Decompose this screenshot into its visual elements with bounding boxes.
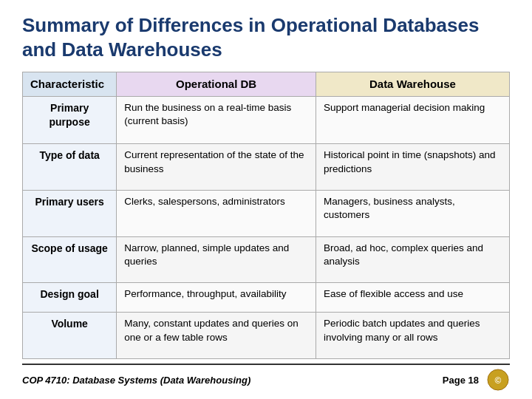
footer-left-area: COP 4710: Database Systems (Data Warehou… <box>22 375 250 386</box>
footer-logo-icon: © <box>486 368 510 392</box>
footer-right-area: Page 18 © <box>443 368 510 392</box>
row-warehouse: Managers, business analysts, customers <box>316 191 509 237</box>
row-operational: Many, constant updates and queries on on… <box>117 313 316 359</box>
row-warehouse: Historical point in time (snapshots) and… <box>316 144 509 191</box>
row-warehouse: Ease of flexible access and use <box>316 283 509 313</box>
table-row: Type of dataCurrent representation of th… <box>23 144 510 191</box>
row-label: Volume <box>23 313 117 359</box>
row-label: Scope of usage <box>23 236 117 283</box>
table-row: Design goalPerformance, throughput, avai… <box>23 283 510 313</box>
row-operational: Narrow, planned, simple updates and quer… <box>117 236 316 283</box>
table-row: Primary purposeRun the business on a rea… <box>23 97 510 144</box>
row-operational: Run the business on a real-time basis (c… <box>117 97 316 144</box>
svg-text:©: © <box>495 375 502 386</box>
footer-page: Page 18 <box>443 375 479 386</box>
row-label: Primary purpose <box>23 97 117 144</box>
table-row: Primary usersClerks, salespersons, admin… <box>23 191 510 237</box>
header-warehouse: Data Warehouse <box>316 72 509 97</box>
table-header: Characteristic Operational DB Data Wareh… <box>23 72 510 97</box>
row-operational: Performance, throughput, availability <box>117 283 316 313</box>
row-operational: Clerks, salespersons, administrators <box>117 191 316 237</box>
header-operational: Operational DB <box>117 72 316 97</box>
row-warehouse: Support managerial decision making <box>316 97 509 144</box>
row-label: Design goal <box>23 283 117 313</box>
comparison-table: Characteristic Operational DB Data Wareh… <box>22 72 510 359</box>
row-label: Primary users <box>23 191 117 237</box>
row-warehouse: Broad, ad hoc, complex queries and analy… <box>316 236 509 283</box>
table-row: VolumeMany, constant updates and queries… <box>23 313 510 359</box>
row-warehouse: Periodic batch updates and queries invol… <box>316 313 509 359</box>
table-row: Scope of usageNarrow, planned, simple up… <box>23 236 510 283</box>
footer-course: COP 4710: Database Systems (Data Warehou… <box>22 375 250 386</box>
slide-title: Summary of Differences in Operational Da… <box>22 13 510 61</box>
header-characteristic: Characteristic <box>23 72 117 97</box>
row-operational: Current representation of the state of t… <box>117 144 316 191</box>
footer: COP 4710: Database Systems (Data Warehou… <box>22 364 510 392</box>
slide: Summary of Differences in Operational Da… <box>0 0 532 399</box>
row-label: Type of data <box>23 144 117 191</box>
table-body: Primary purposeRun the business on a rea… <box>23 97 510 359</box>
